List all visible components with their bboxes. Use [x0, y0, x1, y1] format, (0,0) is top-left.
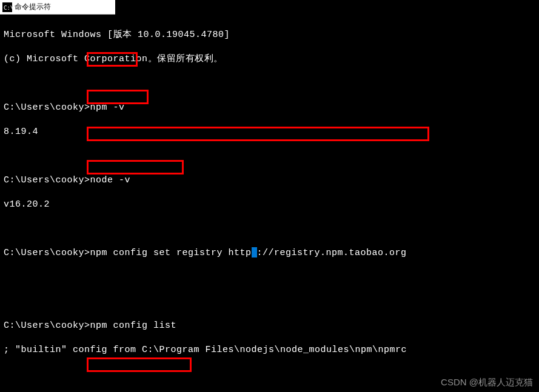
command: npm config set registry http [90, 248, 252, 258]
window-titlebar[interactable]: C:\ 命令提示符 [0, 0, 115, 15]
blank-line [4, 223, 535, 235]
command-line: C:\Users\cooky>node -v [4, 174, 535, 187]
cursor-icon [252, 247, 257, 257]
terminal-content[interactable]: Microsoft Windows [版本 10.0.19045.4780] (… [0, 15, 539, 392]
output-line: 8.19.4 [4, 126, 535, 138]
svg-text:C:\: C:\ [4, 5, 12, 11]
command: npm config list [90, 321, 177, 331]
cmd-icon: C:\ [2, 2, 12, 12]
blank-line [4, 296, 535, 308]
output-line: ; "builtin" config from C:\Program Files… [4, 344, 535, 356]
output-line: Microsoft Windows [版本 10.0.19045.4780] [4, 29, 535, 41]
blank-line [4, 78, 535, 90]
command: npm -v [90, 102, 125, 113]
prompt: C:\Users\cooky> [4, 175, 90, 185]
output-line: v16.20.2 [4, 199, 535, 211]
watermark: CSDN @机器人迈克猫 [441, 377, 533, 388]
command-line: C:\Users\cooky>npm config list [4, 320, 535, 332]
window-title: 命令提示符 [15, 2, 51, 12]
prompt: C:\Users\cooky> [4, 102, 90, 113]
command: ://registry.npm.taobao.org [257, 248, 407, 258]
command-line: C:\Users\cooky>npm -v [4, 102, 535, 114]
prompt: C:\Users\cooky> [4, 321, 90, 331]
command-line: C:\Users\cooky>npm config set registry h… [4, 247, 535, 259]
blank-line [4, 150, 535, 162]
prompt: C:\Users\cooky> [4, 248, 90, 258]
command: node -v [90, 175, 131, 185]
blank-line [4, 271, 535, 284]
output-line: (c) Microsoft Corporation。保留所有权利。 [4, 53, 535, 65]
